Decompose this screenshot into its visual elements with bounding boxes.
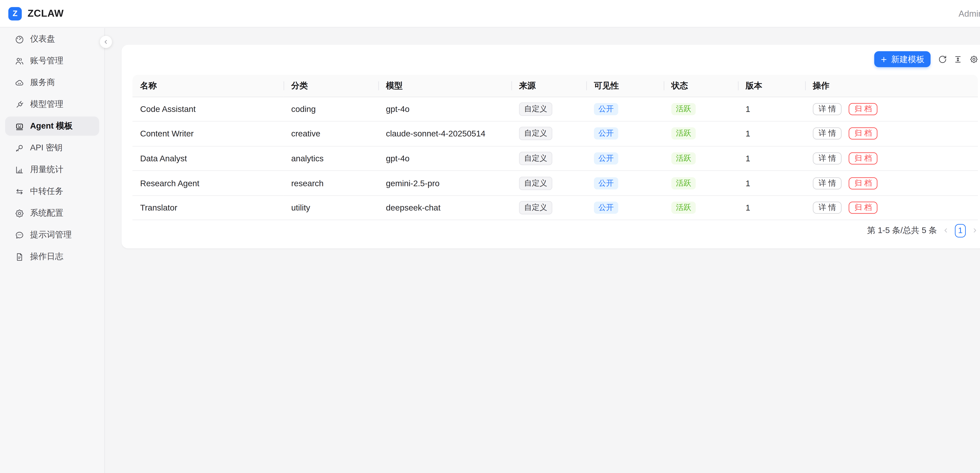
pagination: 第 1-5 条/总共 5 条 1 <box>867 223 978 237</box>
column-header-version: 版本 <box>738 75 805 97</box>
status-badge: 活跃 <box>671 103 695 115</box>
agent-templates-card: 新建模板 <box>121 45 980 248</box>
source-badge: 自定义 <box>519 152 552 165</box>
cell-version: 1 <box>738 146 805 171</box>
sidebar-collapse-button[interactable] <box>100 36 112 48</box>
archive-button[interactable]: 归 档 <box>849 152 878 164</box>
brand-title: ZCLAW <box>27 8 64 19</box>
pagination-page-1[interactable]: 1 <box>955 224 966 237</box>
sidebar-item-providers[interactable]: 服务商 <box>5 73 99 92</box>
status-badge: 活跃 <box>671 152 695 164</box>
archive-button[interactable]: 归 档 <box>849 202 878 214</box>
sidebar: 仪表盘 账号管理 服务商 模型管理 <box>0 28 105 473</box>
plus-icon <box>880 55 887 63</box>
cell-name: Translator <box>132 196 283 220</box>
cell-model: claude-sonnet-4-20250514 <box>378 121 511 146</box>
swap-arrows-icon <box>15 186 24 196</box>
sidebar-item-label: 提示词管理 <box>30 229 72 241</box>
column-header-actions: 操作 <box>805 75 978 97</box>
sidebar-item-label: 操作日志 <box>30 251 63 263</box>
cell-category: analytics <box>283 146 378 171</box>
sidebar-item-label: 账号管理 <box>30 55 63 67</box>
status-badge: 活跃 <box>671 127 695 140</box>
cell-name: Research Agent <box>132 171 283 196</box>
detail-button[interactable]: 详 情 <box>813 177 842 189</box>
user-menu[interactable]: Admin <box>959 9 980 18</box>
sidebar-item-label: 中转任务 <box>30 186 63 197</box>
main-content: 新建模板 <box>106 28 980 473</box>
detail-button[interactable]: 详 情 <box>813 202 842 214</box>
document-icon <box>15 252 24 261</box>
detail-button[interactable]: 详 情 <box>813 152 842 164</box>
cell-category: research <box>283 171 378 196</box>
archive-button[interactable]: 归 档 <box>849 103 878 115</box>
brand-logo: Z <box>8 7 22 20</box>
app-root: Z ZCLAW Admin 仪表盘 账号管理 <box>0 0 980 473</box>
new-template-button[interactable]: 新建模板 <box>874 51 930 67</box>
column-header-category: 分类 <box>283 75 378 97</box>
brand-logo-letter: Z <box>13 9 18 18</box>
message-dots-icon <box>15 230 24 240</box>
visibility-badge: 公开 <box>594 103 618 115</box>
chevron-left-icon <box>103 39 109 45</box>
cell-model: deepseek-chat <box>378 196 511 220</box>
cell-version: 1 <box>738 171 805 196</box>
status-badge: 活跃 <box>671 202 695 214</box>
sidebar-item-label: Agent 模板 <box>30 120 73 132</box>
cell-version: 1 <box>738 121 805 146</box>
column-header-model: 模型 <box>378 75 511 97</box>
table-header-row: 名称 分类 模型 来源 可见性 状态 版本 操作 <box>132 75 978 97</box>
pagination-prev-button[interactable] <box>943 227 949 234</box>
cloud-server-icon <box>15 78 24 88</box>
source-badge: 自定义 <box>519 177 552 190</box>
settings-gear-icon[interactable] <box>969 55 978 64</box>
sidebar-item-accounts[interactable]: 账号管理 <box>5 51 99 70</box>
sidebar-item-label: 模型管理 <box>30 99 63 110</box>
gauge-icon <box>15 34 24 44</box>
sidebar-item-api-keys[interactable]: API 密钥 <box>5 138 99 158</box>
table-toolbar: 新建模板 <box>874 51 978 67</box>
visibility-badge: 公开 <box>594 202 618 214</box>
source-badge: 自定义 <box>519 201 552 215</box>
sidebar-item-usage-stats[interactable]: 用量统计 <box>5 160 99 179</box>
column-height-icon[interactable] <box>953 55 962 64</box>
sidebar-item-prompt-management[interactable]: 提示词管理 <box>5 225 99 244</box>
table-row: Research Agent research gemini-2.5-pro 自… <box>132 171 978 196</box>
detail-button[interactable]: 详 情 <box>813 127 842 140</box>
sidebar-item-operation-logs[interactable]: 操作日志 <box>5 247 99 266</box>
sidebar-item-agent-templates[interactable]: Agent 模板 <box>5 116 99 135</box>
cell-name: Code Assistant <box>132 97 283 121</box>
cell-version: 1 <box>738 196 805 220</box>
detail-button[interactable]: 详 情 <box>813 103 842 115</box>
cell-category: coding <box>283 97 378 121</box>
templates-table: 名称 分类 模型 来源 可见性 状态 版本 操作 Code Assistant <box>132 75 978 220</box>
sidebar-item-label: API 密钥 <box>30 142 62 154</box>
top-bar: Z ZCLAW Admin <box>0 0 980 27</box>
table-row: Translator utility deepseek-chat 自定义 公开 … <box>132 196 978 220</box>
column-header-status: 状态 <box>663 75 738 97</box>
column-header-name: 名称 <box>132 75 283 97</box>
pagination-next-button[interactable] <box>972 227 978 234</box>
refresh-icon[interactable] <box>938 55 947 64</box>
new-template-button-label: 新建模板 <box>891 54 924 65</box>
sidebar-item-label: 服务商 <box>30 77 55 88</box>
archive-button[interactable]: 归 档 <box>849 127 878 140</box>
sidebar-item-dashboard[interactable]: 仪表盘 <box>5 29 99 49</box>
sidebar-item-label: 用量统计 <box>30 164 63 175</box>
cell-category: creative <box>283 121 378 146</box>
status-badge: 活跃 <box>671 177 695 189</box>
visibility-badge: 公开 <box>594 152 618 164</box>
robot-icon <box>15 121 24 131</box>
cell-model: gpt-4o <box>378 146 511 171</box>
pagination-summary: 第 1-5 条/总共 5 条 <box>867 225 937 236</box>
sidebar-item-models[interactable]: 模型管理 <box>5 95 99 114</box>
sidebar-nav: 仪表盘 账号管理 服务商 模型管理 <box>0 28 104 266</box>
source-badge: 自定义 <box>519 102 552 116</box>
plug-icon <box>15 100 24 109</box>
cell-name: Data Analyst <box>132 146 283 171</box>
sidebar-item-system-config[interactable]: 系统配置 <box>5 204 99 223</box>
archive-button[interactable]: 归 档 <box>849 177 878 189</box>
sidebar-item-relay-tasks[interactable]: 中转任务 <box>5 182 99 201</box>
table-row: Code Assistant coding gpt-4o 自定义 公开 活跃 1… <box>132 97 978 121</box>
visibility-badge: 公开 <box>594 127 618 140</box>
